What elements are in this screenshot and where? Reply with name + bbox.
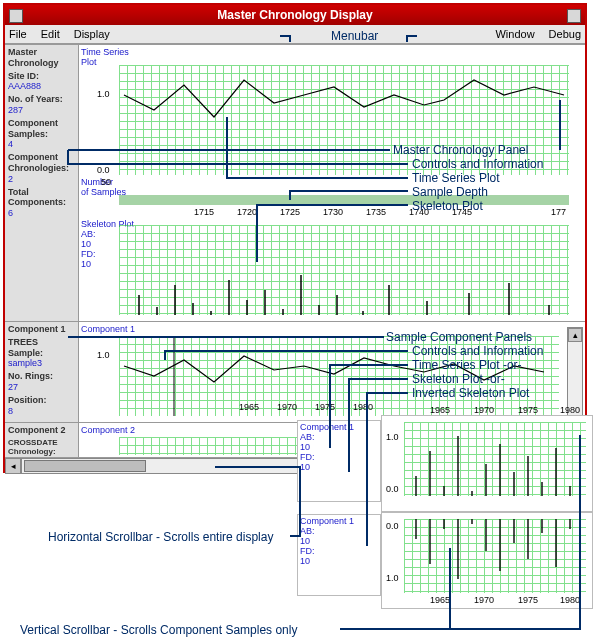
annot-c4: Inverted Skeleton Plot	[412, 386, 529, 400]
val-comp-chron: 2	[8, 174, 75, 185]
annot-m0: Master Chronology Panel	[393, 143, 528, 157]
val-trees: sample3	[8, 358, 75, 369]
window-title: Master Chronology Display	[217, 8, 372, 22]
close-icon[interactable]	[9, 9, 23, 23]
c1-side: Component 1 TREES Sample: sample3 No. Ri…	[5, 322, 79, 422]
scroll-left-icon[interactable]: ◂	[5, 458, 21, 474]
val-years: 287	[8, 105, 75, 116]
menu-file[interactable]: File	[9, 25, 27, 43]
lbl-trees: TREES Sample:	[8, 337, 75, 359]
iu-x0: 1965	[430, 405, 450, 415]
app-window: Master Chronology Display File Edit Disp…	[3, 3, 587, 473]
c2-header: Component 2	[8, 425, 75, 436]
xt4: 1735	[366, 207, 386, 217]
lbl-rings: No. Rings:	[8, 371, 75, 382]
val-rings: 27	[8, 382, 75, 393]
lbl-pos: Position:	[8, 395, 75, 406]
inset-skeleton-up: 1.0 0.0 1965 1970 1975 1980	[381, 415, 593, 512]
annot-c0: Sample Component Panels	[386, 330, 532, 344]
c2-side: Component 2 CROSSDATE Chronology:	[5, 423, 79, 457]
val-total-comp: 6	[8, 208, 75, 219]
inset-down-bars	[382, 513, 592, 608]
lbl-site-id: Site ID:	[8, 71, 75, 82]
annot-m2: Time Series Plot	[412, 171, 500, 185]
depth-ytick: 50	[101, 177, 111, 187]
iu-x1: 1970	[474, 405, 494, 415]
inset-labels-lower: Component 1 AB: 10 FD: 10	[297, 514, 381, 596]
lbl-comp-chron: Component Chronologies:	[8, 152, 75, 174]
xt7: 177	[551, 207, 566, 217]
jl4: 10	[300, 557, 354, 567]
lbl-comp-samples: Component Samples:	[8, 118, 75, 140]
val-site-id: AAA888	[8, 81, 75, 92]
xt0: 1715	[194, 207, 214, 217]
inset-label-text-lower: Component 1 AB: 10 FD: 10	[300, 517, 354, 566]
skel-bars	[79, 225, 579, 320]
scroll-thumb[interactable]	[24, 460, 146, 472]
annot-menubar: Menubar	[331, 29, 378, 43]
scroll-up-icon[interactable]: ▴	[568, 328, 582, 342]
c1xt3: 1980	[353, 402, 373, 412]
annot-vscroll: Vertical Scrollbar - Scrolls Component S…	[20, 623, 297, 637]
xt3: 1730	[323, 207, 343, 217]
c1-header: Component 1	[8, 324, 75, 335]
lbl-crossdate: CROSSDATE Chronology:	[8, 438, 75, 457]
menu-debug[interactable]: Debug	[549, 25, 581, 43]
val-pos: 8	[8, 406, 75, 417]
resize-icon[interactable]	[567, 9, 581, 23]
annot-c1: Controls and Information	[412, 344, 543, 358]
menubar: File Edit Display Window Debug	[5, 25, 585, 44]
c1xt2: 1975	[315, 402, 335, 412]
xt1: 1720	[237, 207, 257, 217]
inset-skeleton-down: 0.0 1.0 1965 1970 1975 1980	[381, 512, 593, 609]
master-header: Master Chronology	[8, 47, 75, 69]
annot-m3: Sample Depth	[412, 185, 488, 199]
c2-plot-label: Component 2	[81, 425, 135, 435]
c1-plot-label: Component 1	[81, 324, 135, 334]
menu-display[interactable]: Display	[74, 25, 110, 43]
il4: 10	[300, 463, 354, 473]
menu-edit[interactable]: Edit	[41, 25, 60, 43]
annot-m1: Controls and Information	[412, 157, 543, 171]
menu-window[interactable]: Window	[495, 25, 534, 43]
annot-hscroll: Horizontal Scrollbar - Scrolls entire di…	[48, 530, 273, 544]
annot-m4: Skeleton Plot	[412, 199, 483, 213]
iu-x3: 1980	[560, 405, 580, 415]
val-comp-samples: 4	[8, 139, 75, 150]
sample-depth-band	[119, 195, 569, 205]
inset-up-bars	[382, 416, 592, 511]
c1xt0: 1965	[239, 402, 259, 412]
titlebar[interactable]: Master Chronology Display	[5, 5, 585, 25]
master-plot-area[interactable]: Time Series Plot 1.0 0.0 Number of Sampl…	[79, 45, 585, 321]
annot-c2: Time Series Plot -or-	[412, 358, 522, 372]
xt2: 1725	[280, 207, 300, 217]
lbl-total-comp: Total Components:	[8, 187, 75, 209]
annot-c3: Skeleton Plot -or-	[412, 372, 505, 386]
c1xt1: 1970	[277, 402, 297, 412]
iu-x2: 1975	[518, 405, 538, 415]
content: Master Chronology Site ID: AAA888 No. of…	[5, 44, 585, 474]
inset-label-text-upper: Component 1 AB: 10 FD: 10	[300, 423, 354, 472]
lbl-years: No. of Years:	[8, 94, 75, 105]
master-side: Master Chronology Site ID: AAA888 No. of…	[5, 45, 79, 321]
inset-labels-upper: Component 1 AB: 10 FD: 10	[297, 420, 381, 502]
